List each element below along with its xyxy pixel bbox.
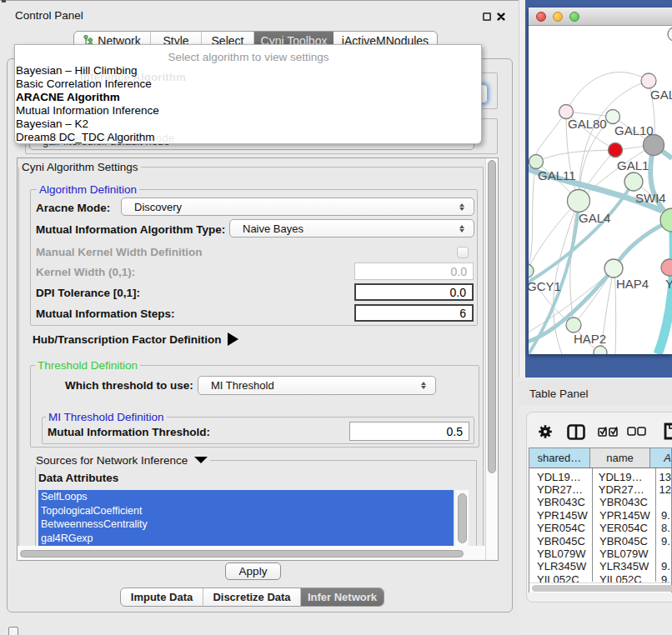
svg-text:HAP4: HAP4 [616,277,649,291]
svg-text:GCY1: GCY1 [529,279,561,293]
svg-text:GAL80: GAL80 [568,117,607,131]
svg-text:Y: Y [665,277,672,291]
svg-text:GAL10: GAL10 [614,123,654,138]
svg-text:GAL1: GAL1 [617,158,649,172]
svg-text:GAL4: GAL4 [579,211,610,225]
svg-text:HAP2: HAP2 [574,332,606,346]
svg-text:GAL: GAL [650,88,672,102]
svg-text:GAL11: GAL11 [538,168,576,182]
svg-text:SWI4: SWI4 [635,191,666,205]
